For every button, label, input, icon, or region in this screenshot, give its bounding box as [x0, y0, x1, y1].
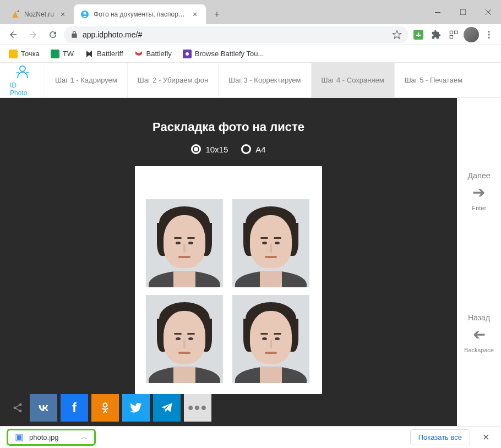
radio-a4[interactable]: A4 [241, 144, 265, 154]
svg-point-1 [84, 12, 86, 15]
browser-tab-active[interactable]: Фото на документы, паспорта, × [74, 4, 206, 24]
maximize-button[interactable] [450, 0, 476, 24]
url-text: app.idphoto.me/# [83, 30, 142, 39]
svg-point-14 [186, 52, 189, 56]
step-2[interactable]: Шаг 2 - Убираем фон [128, 63, 219, 97]
svg-point-10 [488, 36, 490, 38]
bookmark-icon [183, 50, 192, 58]
brand-logo[interactable]: ID Photo [0, 63, 45, 97]
arrow-right-icon: ➔ [472, 183, 485, 201]
profile-avatar[interactable] [464, 27, 479, 42]
svg-point-19 [104, 403, 107, 407]
bookmark-icon [51, 50, 59, 58]
bookmark-item[interactable]: Battleriff [80, 47, 127, 61]
tab-title: NozNet.ru [24, 10, 54, 18]
download-item[interactable]: photo.jpg ︿ [7, 429, 96, 446]
url-input[interactable]: app.idphoto.me/# [64, 26, 409, 43]
canvas-area: Раскладка фото на листе 10x15 A4 f ••• [0, 98, 457, 426]
svg-rect-12 [51, 50, 59, 58]
star-icon[interactable] [392, 30, 402, 40]
bookmarks-bar: Точка TW Battleriff Battlefly Browse Bat… [0, 45, 501, 63]
idphoto-icon [14, 64, 31, 80]
svg-rect-11 [9, 50, 18, 58]
id-photo [232, 199, 309, 287]
show-all-downloads[interactable]: Показать все [410, 429, 470, 445]
id-photo [232, 295, 309, 383]
svg-point-9 [488, 34, 490, 35]
svg-rect-5 [450, 31, 453, 34]
step-1[interactable]: Шаг 1 - Кадрируем [45, 63, 128, 97]
arrow-left-icon: ➔ [473, 325, 486, 343]
window-titlebar: NozNet.ru × Фото на документы, паспорта,… [0, 0, 501, 24]
svg-rect-21 [17, 435, 21, 440]
step-3[interactable]: Шаг 3 - Корректируем [219, 63, 311, 97]
download-filename: photo.jpg [29, 433, 59, 441]
svg-rect-2 [435, 12, 440, 13]
share-twitter[interactable] [122, 394, 150, 422]
downloads-bar: photo.jpg ︿ Показать все ✕ [0, 426, 501, 448]
bookmark-item[interactable]: Battlefly [130, 47, 176, 61]
next-button[interactable]: Далее ➔ Enter [467, 171, 490, 211]
radio-icon [241, 144, 251, 154]
share-vk[interactable] [30, 394, 57, 422]
step-4[interactable]: Шаг 4 - Сохраняем [312, 63, 395, 97]
file-icon [15, 433, 24, 442]
minimize-button[interactable] [425, 0, 450, 24]
extensions-button[interactable] [428, 27, 444, 42]
forward-button[interactable] [24, 26, 42, 43]
step-5[interactable]: Шаг 5 - Печатаем [395, 63, 472, 97]
share-facebook[interactable]: f [61, 394, 88, 422]
menu-button[interactable] [481, 27, 497, 42]
bookmark-icon [134, 50, 143, 58]
back-button[interactable] [4, 26, 22, 43]
svg-point-15 [20, 65, 25, 71]
share-ok[interactable] [91, 394, 119, 422]
browser-tab[interactable]: NozNet.ru × [4, 4, 74, 24]
favicon-icon [80, 10, 89, 19]
canvas-title: Раскладка фото на листе [153, 120, 304, 134]
tab-title: Фото на документы, паспорта, [94, 10, 186, 18]
id-photo [146, 199, 223, 287]
svg-rect-7 [450, 35, 453, 38]
lock-icon [70, 31, 78, 39]
share-telegram[interactable] [153, 394, 181, 422]
photo-sheet [135, 166, 322, 394]
bookmark-icon [85, 50, 94, 58]
back-nav-button[interactable]: Назад ➔ Backspace [464, 313, 494, 353]
svg-point-8 [488, 31, 490, 32]
bookmark-icon [9, 50, 18, 58]
extension-icon[interactable] [411, 27, 426, 42]
close-icon[interactable]: × [58, 10, 67, 19]
id-photo [146, 295, 223, 383]
bookmark-item[interactable]: Browse Battlefy Tou... [178, 47, 269, 61]
radio-icon [191, 144, 201, 154]
radio-10x15[interactable]: 10x15 [191, 144, 228, 154]
window-close-button[interactable] [476, 0, 501, 24]
bookmark-item[interactable]: Точка [4, 47, 44, 61]
new-tab-button[interactable]: + [209, 7, 225, 22]
bookmark-item[interactable]: TW [46, 47, 78, 61]
close-downloads-bar[interactable]: ✕ [477, 429, 494, 446]
svg-rect-3 [460, 9, 466, 15]
favicon-icon [11, 10, 20, 19]
share-bar: f ••• [9, 394, 211, 422]
chevron-up-icon[interactable]: ︿ [81, 433, 88, 442]
svg-rect-6 [455, 31, 458, 34]
address-bar: app.idphoto.me/# [0, 24, 501, 45]
reload-button[interactable] [44, 26, 62, 43]
side-panel: Далее ➔ Enter Назад ➔ Backspace [457, 98, 501, 426]
reading-list-icon[interactable] [446, 27, 461, 42]
share-more[interactable]: ••• [184, 394, 211, 422]
steps-nav: ID Photo Шаг 1 - Кадрируем Шаг 2 - Убира… [0, 63, 501, 98]
close-icon[interactable]: × [190, 10, 199, 19]
share-icon[interactable] [9, 396, 26, 419]
